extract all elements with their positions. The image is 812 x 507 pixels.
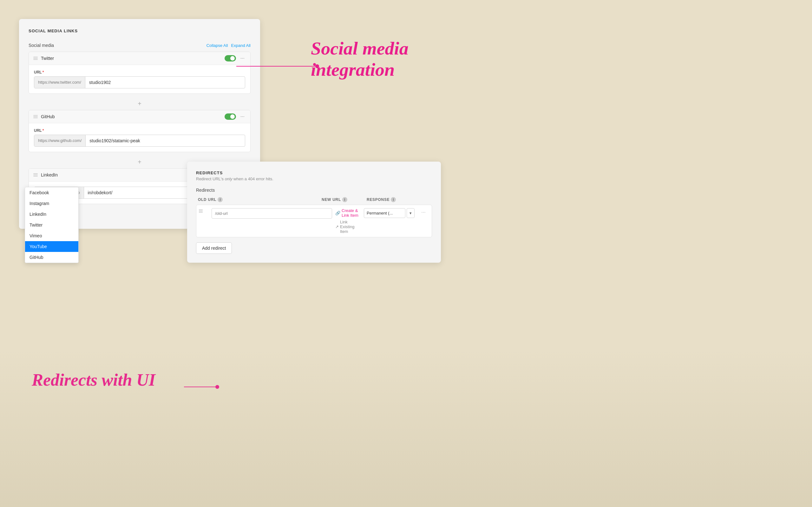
drag-handle-twitter[interactable]	[33, 57, 38, 60]
github-url-input[interactable]: https://www.github.com/ studio1902/stata…	[34, 135, 245, 147]
twitter-url-prefix: https://www.twitter.com/	[34, 77, 85, 88]
add-redirect-btn[interactable]: Add redirect	[196, 242, 232, 254]
section-header: Social media Collapse All Expand All	[29, 43, 251, 48]
twitter-item: Twitter ··· URL* https://www.twitter.com…	[29, 52, 251, 94]
header-actions: Collapse All Expand All	[206, 43, 251, 48]
drag-handle-linkedin[interactable]	[33, 173, 38, 176]
section-label: Social media	[29, 43, 54, 48]
redirect-response-field: Permanent (... ▾	[364, 208, 415, 218]
twitter-more-btn[interactable]: ···	[239, 55, 246, 61]
redirects-section-label: Redirects	[196, 187, 432, 193]
dropdown-item-youtube[interactable]: YouTube	[25, 241, 78, 252]
redirects-title: REDIRECTS	[196, 170, 432, 175]
github-more-btn[interactable]: ···	[239, 114, 246, 119]
expand-all-link[interactable]: Expand All	[231, 43, 251, 48]
redirect-row-drag[interactable]	[199, 208, 208, 213]
github-body: URL* https://www.github.com/ studio1902/…	[29, 123, 250, 152]
panel-title: SOCIAL MEDIA LINKS	[29, 29, 251, 33]
create-link-item-btn[interactable]: 🔗 Create & Link Item	[335, 208, 361, 218]
dropdown-item-vimeo[interactable]: Vimeo	[25, 230, 78, 241]
redirect-old-url-field[interactable]	[212, 208, 332, 219]
github-toggle[interactable]	[224, 113, 236, 120]
create-link-icon: 🔗	[335, 211, 340, 216]
drag-handle-github[interactable]	[33, 115, 38, 118]
twitter-url-input[interactable]: https://www.twitter.com/ studio1902	[34, 76, 245, 89]
collapse-all-link[interactable]: Collapse All	[206, 43, 228, 48]
response-header: RESPONSE i	[367, 197, 417, 202]
github-name: GitHub	[41, 114, 224, 119]
redirect-new-url-field: 🔗 Create & Link Item ↗ Link Existing Ite…	[335, 208, 361, 234]
response-info-icon: i	[391, 197, 396, 202]
old-url-header: OLD URL i	[198, 197, 318, 202]
old-url-input[interactable]	[212, 208, 332, 219]
link-existing-icon: ↗	[335, 224, 339, 229]
dropdown-item-facebook[interactable]: Facebook	[25, 187, 78, 198]
add-between-twitter-github[interactable]: +	[29, 98, 251, 110]
dropdown-item-github[interactable]: GitHub	[25, 252, 78, 263]
redirects-panel: REDIRECTS Redirect URL's only when a 404…	[187, 162, 441, 263]
github-url-prefix: https://www.github.com/	[34, 135, 86, 147]
github-item: GitHub ··· URL* https://www.github.com/ …	[29, 110, 251, 152]
redirects-table-header: OLD URL i NEW URL i RESPONSE i	[196, 197, 432, 202]
twitter-url-value: studio1902	[85, 77, 245, 88]
dropdown-item-instagram[interactable]: Instagram	[25, 198, 78, 209]
social-arrow	[236, 66, 319, 66]
twitter-toggle[interactable]	[224, 55, 236, 61]
social-type-dropdown: Facebook Instagram LinkedIn Twitter Vime…	[25, 187, 79, 263]
redirect-row-1: 🔗 Create & Link Item ↗ Link Existing Ite…	[196, 205, 432, 237]
twitter-item-header: Twitter ···	[29, 52, 250, 65]
dropdown-item-linkedin[interactable]: LinkedIn	[25, 209, 78, 220]
github-url-value: studio1902/statamic-peak	[86, 135, 245, 147]
social-annotation: Social media integration	[311, 38, 409, 80]
github-url-label: URL*	[34, 128, 245, 133]
response-select[interactable]: Permanent (...	[364, 208, 405, 218]
redirects-annotation: Redirects with UI	[32, 370, 155, 390]
redirect-row-more-btn[interactable]: ···	[418, 208, 429, 215]
old-url-info-icon: i	[217, 197, 223, 202]
twitter-name: Twitter	[41, 56, 224, 61]
redirects-subtitle: Redirect URL's only when a 404 error hit…	[196, 176, 432, 181]
new-url-info-icon: i	[342, 197, 347, 202]
twitter-body: URL* https://www.twitter.com/ studio1902	[29, 65, 250, 94]
new-url-header: NEW URL i	[322, 197, 363, 202]
github-item-header: GitHub ···	[29, 110, 250, 123]
dropdown-item-twitter[interactable]: Twitter	[25, 220, 78, 230]
response-dropdown-btn[interactable]: ▾	[407, 208, 415, 218]
twitter-url-label: URL*	[34, 70, 245, 74]
redirects-arrow	[184, 387, 219, 387]
link-existing-item-btn[interactable]: ↗ Link Existing Item	[335, 220, 361, 234]
